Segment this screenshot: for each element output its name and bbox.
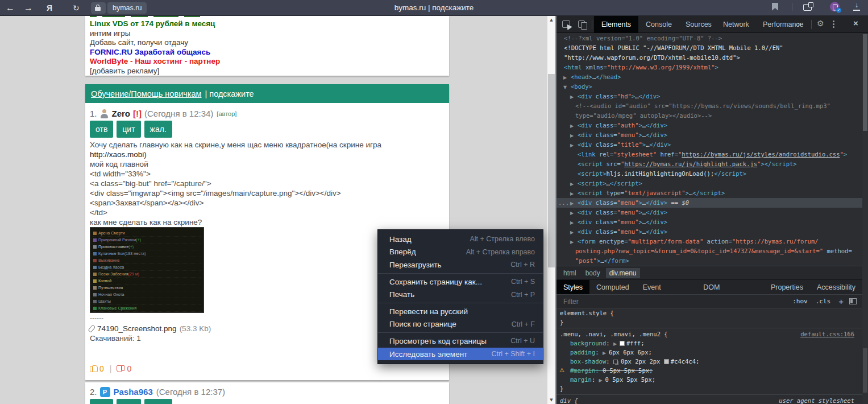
- devtools-menu-icon[interactable]: [833, 20, 834, 30]
- post-action-button[interactable]: цит: [117, 399, 140, 404]
- page-scrollbar[interactable]: ▲ ▼: [547, 16, 555, 404]
- style-rule-line[interactable]: div {user agent stylesheet: [556, 396, 862, 404]
- topic-link[interactable]: Обучение/Помощь новичкам: [91, 89, 202, 98]
- device-toolbar-icon[interactable]: [578, 20, 585, 30]
- dom-tree-node[interactable]: <link rel="stylesheet" href="https://bym…: [556, 150, 862, 159]
- post-action-button[interactable]: жал.: [144, 399, 172, 404]
- dom-tree-node[interactable]: <!--?xml version="1.0" encoding="UTF-8" …: [556, 34, 862, 43]
- settings-gear-icon[interactable]: ⚙: [817, 19, 824, 28]
- post-action-button[interactable]: жал.: [144, 121, 172, 138]
- dom-tree-node[interactable]: "post">…</form>: [556, 256, 862, 266]
- messenger-icon[interactable]: ✓: [830, 2, 840, 14]
- dom-tree-node[interactable]: ▶<div class="menu">…</div>: [556, 130, 862, 140]
- ad-link[interactable]: Linux VDS от 174 рублей в месяц: [90, 19, 445, 29]
- breadcrumb-item[interactable]: html: [560, 268, 580, 278]
- download-icon[interactable]: ↓: [853, 3, 860, 13]
- style-rule-line[interactable]: }: [556, 384, 862, 393]
- dom-tree-node[interactable]: ▶<div class="hd">…</div>: [556, 92, 862, 101]
- thumbs-down-icon[interactable]: [117, 365, 124, 372]
- context-menu-item[interactable]: Поиск по страницеCtrl + F: [378, 318, 543, 331]
- ad-link[interactable]: [добавить рекламу]: [90, 67, 445, 76]
- style-rule-line[interactable]: .menu, .navi, .mnavi, .menu2 {default.cs…: [556, 329, 862, 339]
- devtools-tab-network[interactable]: Network: [716, 16, 757, 33]
- dom-tree-node[interactable]: <script>hljs.initHighlightingOnLoad();</…: [556, 169, 862, 179]
- panel-tab-dom-breakpoints[interactable]: DOM Breakpoints: [696, 280, 764, 295]
- dom-tree-node[interactable]: ▶<div class="auth">…</div>: [556, 121, 862, 130]
- dom-tree-node[interactable]: ...▶<div class="menu">…</div> == $0: [556, 198, 862, 208]
- dom-tree-node[interactable]: <script src="https://bymas.ru/js/highlig…: [556, 159, 862, 169]
- post-author[interactable]: Pasha963: [114, 387, 153, 397]
- context-menu-item[interactable]: Исследовать элементCtrl + Shift + I: [378, 348, 543, 361]
- user-avatar-icon[interactable]: P: [100, 387, 110, 397]
- style-rule-line[interactable]: element.style {: [556, 308, 862, 318]
- post-author[interactable]: Zero: [112, 109, 131, 119]
- context-menu-item[interactable]: НазадAlt + Стрелка влево: [378, 233, 543, 246]
- context-menu-item[interactable]: ВперёдAlt + Стрелка вправо: [378, 246, 543, 259]
- bookmark-icon[interactable]: [772, 3, 778, 13]
- devtools-tab-elements[interactable]: Elements: [594, 16, 638, 33]
- style-rule-line[interactable]: ⚠#margin: 0 5px 5px 5px;: [556, 366, 862, 375]
- breadcrumb-item[interactable]: body: [582, 268, 604, 278]
- breadcrumb-item[interactable]: div.menu: [606, 268, 640, 278]
- dom-tree-node[interactable]: ▶<div class="menu">…</div>: [556, 227, 862, 237]
- dom-tree-node[interactable]: <!DOCTYPE html PUBLIC "-//WAPFORUM//DTD …: [556, 43, 862, 53]
- game-menu-icon: [93, 279, 97, 283]
- hov-toggle[interactable]: :hov: [792, 298, 808, 305]
- post-action-button[interactable]: отв: [90, 399, 113, 404]
- context-menu-item[interactable]: Сохранить страницу как...Ctrl + S: [378, 275, 543, 288]
- user-avatar-icon[interactable]: [100, 109, 109, 118]
- devtools-tab-performance[interactable]: Performance: [755, 16, 811, 33]
- dom-tree-node[interactable]: ▶<div class="menu">…</div>: [556, 217, 862, 227]
- dom-tree-node[interactable]: ▶<script type="text/javascript">…</scrip…: [556, 188, 862, 198]
- context-menu-item[interactable]: Перевести на русский: [378, 305, 543, 318]
- dom-tree-node[interactable]: posting.php?new_topic=&forum_id=0&topic_…: [556, 246, 862, 256]
- dom-tree-node[interactable]: <html xmlns="http://www.w3.org/1999/xhtm…: [556, 63, 862, 72]
- collections-icon[interactable]: [803, 3, 812, 13]
- dom-tree-node[interactable]: ▶<script>…</script>: [556, 179, 862, 188]
- context-menu-item[interactable]: ПерезагрузитьCtrl + R: [378, 258, 543, 271]
- scrollbar-thumb[interactable]: [548, 74, 555, 267]
- panel-tab-computed[interactable]: Computed: [589, 280, 636, 295]
- ad-link[interactable]: Добавь сайт, получи отдачу: [90, 38, 445, 48]
- inspect-element-icon[interactable]: [562, 20, 570, 30]
- scroll-down-icon[interactable]: ▼: [547, 396, 555, 404]
- dom-tree-node[interactable]: ▼<body>: [556, 82, 862, 92]
- ad-link[interactable]: интим игры: [90, 29, 445, 39]
- style-rule-line[interactable]: background: ▶#fff;: [556, 339, 862, 348]
- scroll-up-icon[interactable]: ▲: [547, 16, 555, 24]
- panel-tab-event-listeners[interactable]: Event Listeners: [636, 280, 697, 295]
- dom-tree-node[interactable]: ▶<head>…</head>: [556, 72, 862, 82]
- post-action-button[interactable]: цит: [117, 121, 140, 138]
- panel-tab-styles[interactable]: Styles: [556, 280, 589, 295]
- context-menu-item[interactable]: Просмотреть код страницыCtrl + U: [378, 335, 543, 348]
- devtools-scrollbar[interactable]: [862, 34, 868, 404]
- style-rule-line[interactable]: margin: ▶0 5px 5px 5px;: [556, 375, 862, 384]
- style-rule-line[interactable]: }: [556, 318, 862, 327]
- panel-toggle-icon[interactable]: [849, 298, 857, 304]
- attachment-name[interactable]: 74190_Screenshot.png: [97, 324, 177, 333]
- attachment-size: (53.3 Kb): [180, 324, 211, 333]
- ad-link[interactable]: FORNIC.RU Заработай общаясь: [90, 48, 445, 57]
- style-rule-line[interactable]: padding: ▶6px 6px 6px;: [556, 348, 862, 357]
- devtools-tab-console[interactable]: Console: [638, 16, 679, 33]
- new-style-rule-icon[interactable]: +: [838, 296, 844, 306]
- style-rule-line[interactable]: box-shadow: 0px 2px 2px #c4c4c4;: [556, 357, 862, 366]
- attached-screenshot[interactable]: Арена СмертиПризрачный Разлом (+)Противо…: [90, 227, 204, 313]
- dom-tree-node[interactable]: ▶<div class="title">…</div>: [556, 140, 862, 150]
- dom-tree-node[interactable]: ▶<div class="menu">…</div>: [556, 208, 862, 217]
- devtools-tab-sources[interactable]: Sources: [678, 16, 719, 33]
- dom-tree-node[interactable]: <!--<audio id="audio" src="https://bymas…: [556, 101, 862, 111]
- ad-link[interactable]: WorldByte - Наш хостинг - партнер: [90, 57, 445, 67]
- devtools-close-icon[interactable]: ×: [853, 18, 858, 28]
- dom-tree-node[interactable]: "http://www.wapforum.org/DTD/xhtml-mobil…: [556, 53, 862, 63]
- post-action-button[interactable]: отв: [90, 121, 113, 138]
- dom-tree-node[interactable]: type="audio/mpeg" autoplay></audio>-->: [556, 111, 862, 121]
- filter-input[interactable]: Filter: [556, 298, 579, 306]
- more-tabs-icon[interactable]: »: [798, 16, 801, 33]
- panel-tab-properties[interactable]: Properties: [764, 280, 810, 295]
- context-menu-item[interactable]: ПечатьCtrl + P: [378, 288, 543, 301]
- panel-tab-accessibility[interactable]: Accessibility: [810, 280, 862, 295]
- cls-toggle[interactable]: .cls: [816, 298, 831, 305]
- thumbs-up-icon[interactable]: [90, 365, 97, 372]
- dom-tree-node[interactable]: ▶<form enctype="multipart/form-data" act…: [556, 237, 862, 246]
